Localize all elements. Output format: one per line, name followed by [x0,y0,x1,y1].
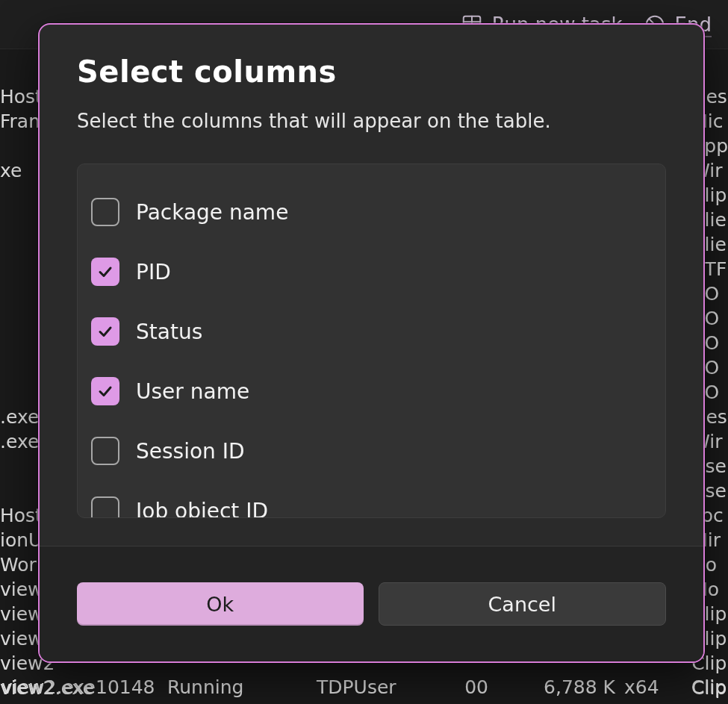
checkbox[interactable] [91,377,119,405]
checkbox[interactable] [91,198,119,226]
cell-sid: 00 [458,676,488,698]
cell-mem: 6,788 K [488,676,615,698]
dialog-subtitle: Select the columns that will appear on t… [77,110,666,132]
checkbox[interactable] [91,437,119,465]
column-option[interactable]: PID [91,242,652,302]
dialog-header: Select columns Select the columns that w… [40,25,703,143]
check-icon [96,263,114,281]
cancel-button[interactable]: Cancel [379,582,667,626]
cancel-button-label: Cancel [488,593,556,616]
column-option-label: PID [136,260,171,284]
check-icon [96,323,114,340]
cell-extra: Clip [660,676,728,698]
column-option-label: Job object ID [136,499,268,519]
cell-status: Running [167,676,317,698]
table-row[interactable]: view2.exe10148RunningTDPUser006,788 Kx64… [0,675,728,700]
ok-button-label: Ok [206,593,234,616]
task-manager-window: Run new task End Host.e Frame xe .exe .e… [0,0,728,704]
column-option[interactable]: Job object ID [91,481,652,518]
check-icon [96,382,114,400]
column-options-panel[interactable]: Package namePIDStatusUser nameSession ID… [77,163,666,518]
cell-name: view2.exe [0,676,96,698]
column-option[interactable]: Package name [91,182,652,242]
column-option-label: Status [136,320,202,344]
column-option-label: Session ID [136,439,245,464]
dialog-button-bar: Ok Cancel [40,546,703,661]
column-option[interactable]: Session ID [91,421,652,481]
select-columns-dialog: Select columns Select the columns that w… [38,23,705,663]
checkbox[interactable] [91,258,119,286]
background-bottom-rows: view2.exe10148RunningTDPUser006,788 Kx64… [0,675,728,704]
checkbox[interactable] [91,317,119,346]
dialog-title: Select columns [77,54,666,89]
cell-arch: x64 [615,676,660,698]
column-option[interactable]: User name [91,361,652,421]
column-option[interactable]: Status [91,302,652,361]
column-option-label: Package name [136,200,288,225]
column-option-label: User name [136,379,249,404]
checkbox[interactable] [91,496,119,518]
ok-button[interactable]: Ok [77,582,364,626]
cell-user: TDPUser [317,676,458,698]
cell-pid: 10148 [96,676,167,698]
